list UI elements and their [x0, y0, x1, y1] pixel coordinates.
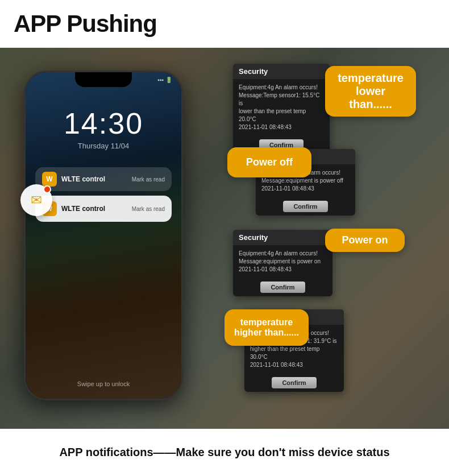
card3-body: Equipment:4g An alarm occurs! Message:eq…: [233, 245, 332, 278]
badge-temp-lower: temperaturelower than......: [325, 66, 416, 117]
notification-cards-area: Security Equipment:4g An alarm occurs! M…: [233, 53, 443, 417]
notif-label-2: WLTE control: [61, 205, 105, 213]
phone-swipe-hint: Swipe up to unlock: [77, 380, 130, 387]
page-title: APP Pushing: [14, 10, 157, 38]
card4-footer: Confirm: [244, 374, 344, 392]
phone-notification-1[interactable]: W WLTE control Mark as read: [35, 167, 172, 191]
footer-text: APP notifications——Make sure you don't m…: [59, 446, 389, 459]
mail-badge: [43, 185, 51, 193]
notif-label-1: WLTE control: [61, 175, 105, 183]
card2-footer: Confirm: [256, 197, 355, 216]
main-content: ▪▪▪ 🔋 14:30 Thursday 11/04 W WLTE contro…: [0, 48, 449, 429]
card-power-on: Security Equipment:4g An alarm occurs! M…: [233, 230, 332, 296]
phone-device: ▪▪▪ 🔋 14:30 Thursday 11/04 W WLTE contro…: [24, 71, 183, 400]
mail-icon: ✉: [31, 192, 42, 208]
phone-notification-2[interactable]: W WLTE control Mark as read: [35, 196, 172, 222]
phone-time: 14:30: [64, 106, 143, 140]
card1-body: Equipment:4g An alarm occurs! Message:Te…: [233, 79, 330, 136]
card3-footer: Confirm: [233, 278, 332, 296]
card1-header: Security: [233, 64, 330, 79]
phone-screen: ▪▪▪ 🔋 14:30 Thursday 11/04 W WLTE contro…: [26, 72, 181, 399]
notif-mark-1[interactable]: Mark as read: [132, 176, 165, 183]
wlte-icon-1: W: [42, 172, 57, 187]
card2-confirm-button[interactable]: Confirm: [283, 201, 327, 212]
phone-date: Thursday 11/04: [78, 142, 129, 150]
phone-notch: [75, 72, 132, 87]
card4-confirm-button[interactable]: Confirm: [272, 377, 316, 388]
badge-power-off: Power off: [227, 147, 311, 177]
footer: APP notifications——Make sure you don't m…: [0, 429, 449, 476]
card-temp-lower: Security Equipment:4g An alarm occurs! M…: [233, 64, 330, 154]
notif-mark-2[interactable]: Mark as read: [132, 206, 165, 212]
card3-header: Security: [233, 230, 332, 245]
phone-status-bar: ▪▪▪ 🔋: [157, 77, 172, 83]
mail-icon-container[interactable]: ✉: [20, 184, 52, 216]
badge-power-on: Power on: [325, 229, 405, 252]
page-header: APP Pushing: [0, 0, 449, 48]
card3-confirm-button[interactable]: Confirm: [260, 282, 305, 293]
badge-temp-higher: temperaturehigher than......: [224, 309, 309, 346]
